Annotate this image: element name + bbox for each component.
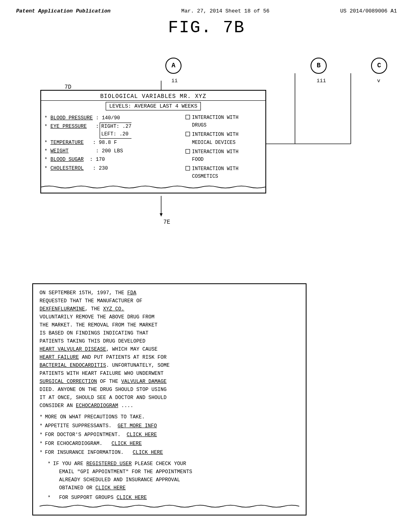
click-here-insurance-link[interactable]: CLICK HERE <box>133 450 163 455</box>
bottom-box-wavy <box>40 504 299 510</box>
diagram-area: A B C ii iii v 7D 7E BIOLOGICAL VARIABLE… <box>16 46 397 279</box>
variable-blood-sugar: * BLOOD SUGAR : 170 <box>44 156 181 164</box>
bullet-appetite: * APPETITE SUPPRESSANTS. GET MORE INFO <box>40 422 299 430</box>
variable-eye-pressure: * EYE PRESSURE : RIGHT: .27LEFT: .20 <box>44 123 181 139</box>
checkbox-medical-devices <box>186 132 190 136</box>
label-7e: 7E <box>163 219 170 225</box>
click-here-doctor-link[interactable]: CLICK HERE <box>127 432 157 438</box>
bullet-list: * MORE ON WHAT PRECAUTIONS TO TAKE. * AP… <box>40 413 299 457</box>
interaction-cosmetics: INTERACTION WITHCOSMETICS <box>186 165 262 181</box>
bullet-doctor: * FOR DOCTOR'S APPOINTMENT. CLICK HERE <box>40 431 299 439</box>
bottom-paragraph: ON SEPTEMBER 15TH, 1997, THE FDA REQUEST… <box>40 289 299 410</box>
main-box-subtitle: LEVELS: AVERAGE LAST 4 WEEKS <box>106 102 201 110</box>
get-more-info-link[interactable]: GET MORE INFO <box>118 423 157 429</box>
header-center: Mar. 27, 2014 Sheet 18 of 56 <box>181 8 269 14</box>
bullet-precautions: * MORE ON WHAT PRECAUTIONS TO TAKE. <box>40 413 299 421</box>
interaction-drugs: INTERACTION WITHDRUGS <box>186 114 262 129</box>
page-header: Patent Application Publication Mar. 27, … <box>16 8 397 14</box>
main-box: BIOLOGICAL VARIABLES MR. XYZ LEVELS: AVE… <box>40 90 266 193</box>
interactions-column: INTERACTION WITHDRUGS INTERACTION WITHME… <box>181 114 262 183</box>
checkbox-drugs <box>186 115 190 119</box>
wavy-bottom <box>41 185 265 191</box>
bottom-box: ON SEPTEMBER 15TH, 1997, THE FDA REQUEST… <box>32 283 307 515</box>
sub-bullet-support-groups: * FOR SUPPORT GROUPS CLICK HERE <box>48 494 299 502</box>
header-right: US 2014/0089006 A1 <box>340 8 397 14</box>
circle-a: A <box>165 58 181 74</box>
variable-temperature: * TEMPERATURE : 98.8 F <box>44 139 181 147</box>
main-box-content: * BLOOD PRESSURE : 140/90 * EYE PRESSURE… <box>41 112 265 185</box>
bullet-echocardiogram: * FOR ECHOCARDIOGRAM. CLICK HERE <box>40 440 299 448</box>
sub-bullet-list: * IF YOU ARE REGISTERED USER PLEASE CHEC… <box>48 460 299 502</box>
sub-bullet-registered-user: * IF YOU ARE REGISTERED USER PLEASE CHEC… <box>48 460 299 492</box>
variable-blood-pressure: * BLOOD PRESSURE : 140/90 <box>44 114 181 123</box>
click-here-support-link[interactable]: CLICK HERE <box>117 495 147 501</box>
label-7d: 7D <box>65 84 71 90</box>
click-here-registered-link[interactable]: CLICK HERE <box>96 485 126 491</box>
variable-cholesterol: * CHOLESTEROL : 230 <box>44 164 181 173</box>
figure-title: FIG. 7B <box>16 18 397 37</box>
interaction-medical-devices: INTERACTION WITHMEDICAL DEVICES <box>186 131 262 146</box>
click-here-echo-link[interactable]: CLICK HERE <box>112 441 142 447</box>
label-v: v <box>377 78 380 84</box>
label-ii: ii <box>171 78 178 84</box>
circle-b: B <box>311 58 327 74</box>
svg-marker-7 <box>160 213 163 216</box>
checkbox-cosmetics <box>186 166 190 170</box>
circle-c: C <box>371 58 387 74</box>
interaction-food: INTERACTION WITHFOOD <box>186 148 262 164</box>
checkbox-food <box>186 149 190 154</box>
page: Patent Application Publication Mar. 27, … <box>0 0 413 532</box>
bullet-insurance: * FOR INSURANCE INFORMATION. CLICK HERE <box>40 449 299 457</box>
header-left: Patent Application Publication <box>16 8 111 14</box>
label-iii: iii <box>317 78 326 84</box>
variables-column: * BLOOD PRESSURE : 140/90 * EYE PRESSURE… <box>44 114 181 183</box>
variable-weight: * WEIGHT : 200 LBS <box>44 147 181 156</box>
main-box-title: BIOLOGICAL VARIABLES MR. XYZ <box>41 91 265 101</box>
